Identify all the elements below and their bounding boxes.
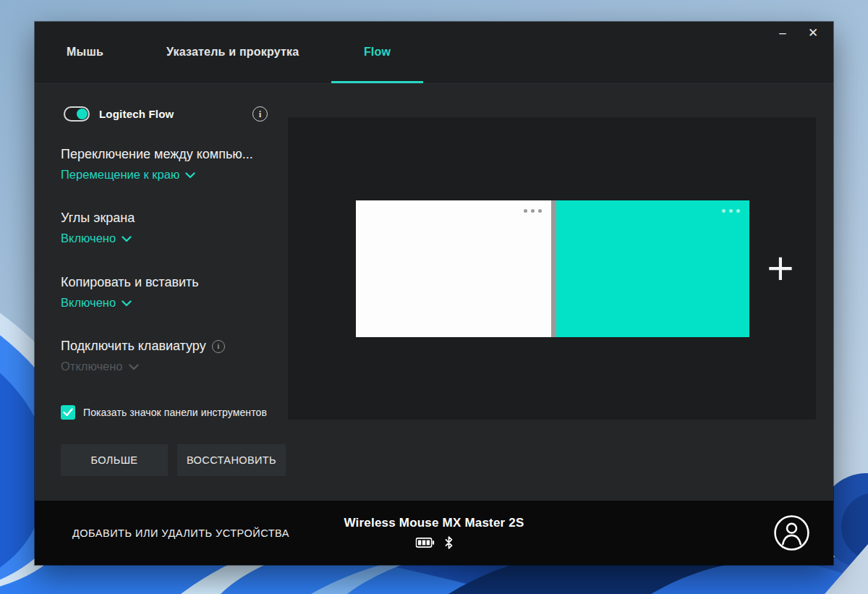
tab-label: Указатель и прокрутка — [166, 46, 299, 59]
account-button[interactable] — [773, 514, 810, 551]
account-person-icon — [773, 514, 810, 551]
setting-copy-paste: Копировать и вставить Включено — [61, 274, 292, 310]
setting-value-dropdown[interactable]: Включено — [61, 230, 292, 246]
logitech-options-window: Мышь Указатель и прокрутка Flow – ✕ Logi… — [35, 22, 833, 565]
setting-value-dropdown[interactable]: Отключено — [61, 358, 292, 374]
setting-value-dropdown[interactable]: Перемещение к краю — [61, 166, 292, 182]
dropdown-value: Включено — [61, 230, 116, 246]
setting-switch-computers: Переключение между компью... Перемещение… — [61, 146, 292, 182]
chevron-down-icon — [122, 300, 132, 307]
sidebar-buttons: БОЛЬШЕ ВОССТАНОВИТЬ — [61, 444, 286, 476]
setting-title: Углы экрана — [61, 210, 292, 226]
tab-mouse[interactable]: Мышь — [67, 21, 103, 83]
window-controls: – ✕ — [775, 24, 820, 43]
setting-screen-corners: Углы экрана Включено — [61, 210, 292, 246]
current-device: Wireless Mouse MX Master 2S — [344, 516, 524, 549]
add-remove-devices-button[interactable]: ДОБАВИТЬ ИЛИ УДАЛИТЬ УСТРОЙСТВА — [72, 501, 289, 565]
close-button[interactable]: ✕ — [806, 24, 820, 43]
chevron-down-icon — [122, 236, 132, 242]
flow-info-icon[interactable]: i — [252, 106, 268, 122]
tab-pointer-scrolling[interactable]: Указатель и прокрутка — [166, 21, 299, 83]
device-name: Wireless Mouse MX Master 2S — [344, 516, 524, 530]
setting-value-dropdown[interactable]: Включено — [61, 294, 292, 310]
screen-divider — [551, 200, 556, 337]
toolbar-icon-checkbox-label: Показать значок панели инструментов — [83, 407, 267, 418]
device-footer-bar: ДОБАВИТЬ ИЛИ УДАЛИТЬ УСТРОЙСТВА Wireless… — [35, 501, 833, 565]
tab-flow[interactable]: Flow — [331, 21, 423, 83]
toolbar-icon-checkbox-row: Показать значок панели инструментов — [61, 405, 267, 420]
dropdown-value: Включено — [61, 294, 116, 310]
bluetooth-icon — [444, 536, 453, 549]
restore-button[interactable]: ВОССТАНОВИТЬ — [177, 444, 286, 476]
dropdown-value: Перемещение к краю — [61, 166, 179, 182]
checkmark-icon — [63, 408, 73, 417]
active-tab-underline — [331, 81, 423, 83]
minimize-button[interactable]: – — [775, 24, 790, 43]
more-button[interactable]: БОЛЬШЕ — [61, 444, 168, 476]
setting-title: Переключение между компью... — [61, 146, 292, 163]
setting-title-text: Подключить клавиатуру — [61, 338, 206, 355]
tab-label: Flow — [364, 46, 391, 59]
device-status-icons — [344, 536, 524, 549]
tab-bar: Мышь Указатель и прокрутка Flow – ✕ — [35, 22, 833, 84]
setting-title: Копировать и вставить — [61, 274, 292, 291]
tab-label: Мышь — [67, 46, 103, 59]
flow-toggle-label: Logitech Flow — [99, 108, 174, 120]
setting-title: Подключить клавиатуру i — [61, 338, 292, 355]
battery-icon — [415, 538, 434, 548]
keyboard-info-icon[interactable]: i — [212, 340, 225, 353]
computer-screen-2[interactable] — [556, 200, 749, 337]
logitech-flow-toggle-row: Logitech Flow — [64, 106, 174, 122]
flow-toggle[interactable] — [64, 106, 90, 122]
toolbar-icon-checkbox[interactable] — [61, 405, 75, 420]
screen-menu-icon[interactable] — [524, 209, 542, 213]
flow-computers-canvas: + — [288, 117, 816, 420]
chevron-down-icon — [185, 172, 195, 179]
computer-screen-1[interactable] — [356, 200, 551, 337]
toggle-knob-icon — [77, 109, 88, 119]
dropdown-value: Отключено — [61, 358, 123, 374]
screen-menu-icon[interactable] — [722, 209, 740, 213]
setting-link-keyboard: Подключить клавиатуру i Отключено — [61, 338, 292, 374]
add-computer-button[interactable]: + — [762, 247, 799, 288]
chevron-down-icon — [129, 364, 139, 370]
